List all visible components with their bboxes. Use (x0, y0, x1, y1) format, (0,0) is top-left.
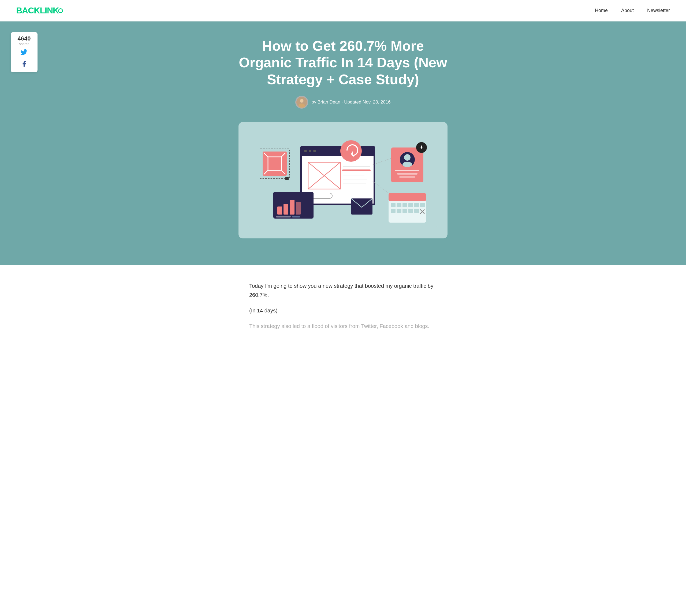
nav-item-about[interactable]: About (621, 8, 634, 14)
nav-item-home[interactable]: Home (595, 8, 608, 14)
twitter-share-button[interactable] (15, 49, 33, 58)
svg-rect-53 (408, 203, 413, 207)
svg-point-14 (304, 150, 307, 152)
svg-rect-44 (292, 216, 300, 218)
share-label: shares (15, 42, 33, 46)
svg-rect-56 (391, 208, 395, 213)
svg-point-16 (313, 150, 316, 152)
svg-rect-59 (408, 208, 413, 213)
svg-text:+: + (420, 144, 424, 151)
svg-rect-40 (283, 204, 288, 215)
svg-rect-58 (403, 208, 407, 213)
author-line: by Brian Dean · Updated Nov. 28, 2016 (11, 96, 675, 109)
logo-o (58, 8, 63, 13)
svg-rect-60 (414, 208, 419, 213)
svg-rect-34 (397, 173, 417, 175)
content-paragraph-1: Today I'm going to show you a new strate… (249, 281, 437, 300)
navigation: BACKLINK Home About Newsletter (0, 0, 686, 21)
svg-rect-51 (396, 203, 402, 207)
share-widget: 4640 shares (11, 32, 38, 72)
svg-point-31 (404, 154, 411, 161)
nav-link-about[interactable]: About (621, 8, 634, 13)
svg-rect-11 (285, 177, 289, 180)
author-byline: by Brian Dean · Updated Nov. 28, 2016 (312, 100, 390, 105)
svg-rect-54 (414, 203, 419, 207)
nav-link-home[interactable]: Home (595, 8, 608, 13)
svg-rect-55 (420, 203, 425, 207)
share-count: 4640 (15, 36, 33, 42)
svg-rect-39 (277, 206, 282, 215)
content-illustration: + (247, 133, 439, 229)
svg-rect-41 (290, 200, 295, 215)
svg-rect-57 (396, 208, 402, 213)
nav-item-newsletter[interactable]: Newsletter (647, 8, 670, 14)
nav-links: Home About Newsletter (595, 8, 670, 14)
svg-point-32 (403, 162, 412, 167)
svg-point-15 (309, 150, 312, 152)
article-content: Today I'm going to show you a new strate… (238, 265, 448, 348)
content-paragraph-3: This strategy also led to a flood of vis… (249, 322, 437, 331)
svg-point-27 (340, 140, 362, 162)
feature-image: + (238, 122, 448, 238)
svg-rect-50 (391, 203, 395, 207)
svg-rect-47 (389, 193, 426, 201)
facebook-share-button[interactable] (15, 60, 33, 69)
hero-title: How to Get 260.7% More Organic Traffic I… (236, 38, 450, 88)
logo[interactable]: BACKLINK (16, 6, 63, 16)
svg-rect-42 (296, 202, 301, 215)
hero-section: 4640 shares How to Get 260.7% More Organ… (0, 21, 686, 265)
author-avatar (295, 96, 308, 109)
content-paragraph-2: (In 14 days) (249, 306, 437, 315)
svg-rect-52 (403, 203, 407, 207)
svg-rect-43 (276, 216, 291, 218)
nav-link-newsletter[interactable]: Newsletter (647, 8, 670, 13)
svg-point-1 (300, 99, 304, 103)
svg-rect-35 (399, 176, 415, 178)
svg-rect-33 (395, 170, 419, 171)
